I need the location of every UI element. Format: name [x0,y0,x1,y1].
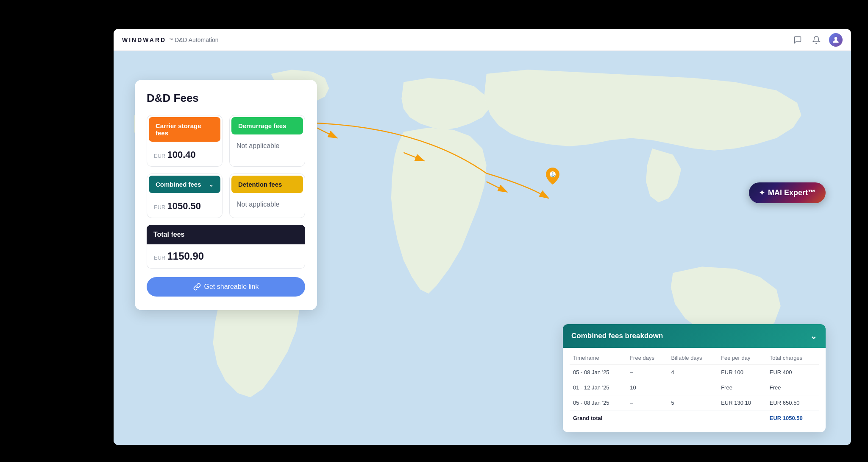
table-row: 05 - 08 Jan '25 – 4 EUR 100 EUR 400 [570,365,819,380]
col-billable-days: Billable days [668,351,718,365]
cell-total-charges: Free [766,380,819,395]
breakdown-table-wrapper: Timeframe Free days Billable days Fee pe… [563,348,826,432]
carrier-storage-value: EUR100.40 [147,143,222,166]
svg-text:⚓: ⚓ [550,172,556,177]
fees-card: D&D Fees Carrier storage fees EUR100.40 … [135,80,317,310]
carrier-storage-currency: EUR [154,153,165,159]
breakdown-title: Combined fees breakdown [571,332,663,340]
mai-expert-button[interactable]: ✦ MAI Expert™ [749,182,826,203]
cell-billable-days: 5 [668,395,718,411]
breakdown-card: Combined fees breakdown ⌄ Timeframe Free… [563,324,826,432]
browser-window: WINDWARD™ D&D Automation [114,29,851,445]
demurrage-value: Not applicable [230,136,305,156]
combined-value: EUR1050.50 [147,195,222,218]
detention-box: Detention fees Not applicable [229,174,305,218]
col-fee-per-day: Fee per day [718,351,766,365]
combined-box: Combined fees ⌄ EUR1050.50 [147,174,223,218]
chat-icon[interactable] [792,34,804,46]
cell-billable-days: – [668,380,718,395]
sparkle-icon: ✦ [759,189,765,197]
table-row: 05 - 08 Jan '25 – 5 EUR 130.10 EUR 650.5… [570,395,819,411]
notification-icon[interactable] [810,34,822,46]
cell-free-days: 10 [626,380,668,395]
carrier-storage-header: Carrier storage fees [149,117,220,142]
col-total-charges: Total charges [766,351,819,365]
destination-pin: ⚓ [546,168,559,186]
detention-header: Detention fees [231,176,303,193]
browser-toolbar: WINDWARD™ D&D Automation [114,29,851,51]
total-fees-section: Total fees EUR1150.90 [147,225,305,269]
breakdown-collapse-icon[interactable]: ⌄ [810,331,817,341]
breakdown-table: Timeframe Free days Billable days Fee pe… [570,351,819,426]
carrier-storage-amount: 100.40 [167,149,195,160]
cell-timeframe: 05 - 08 Jan '25 [570,365,626,380]
col-timeframe: Timeframe [570,351,626,365]
detention-not-applicable: Not applicable [236,201,279,208]
mai-expert-label: MAI Expert™ [768,188,815,197]
grand-total-amount: EUR 1050.50 [766,411,819,426]
total-currency: EUR [154,255,165,261]
demurrage-header: Demurrage fees [231,117,303,134]
link-icon [193,283,201,291]
demurrage-box: Demurrage fees Not applicable [229,115,305,167]
cell-timeframe: 01 - 12 Jan '25 [570,380,626,395]
cell-free-days: – [626,395,668,411]
cell-total-charges: EUR 650.50 [766,395,819,411]
col-free-days: Free days [626,351,668,365]
carrier-storage-box: Carrier storage fees EUR100.40 [147,115,223,167]
total-amount: 1150.90 [167,250,204,262]
combined-amount: 1050.50 [167,201,201,211]
app-name: D&D Automation [175,36,219,43]
table-row: 01 - 12 Jan '25 10 – Free Free [570,380,819,395]
svg-point-0 [835,37,837,40]
total-fees-header: Total fees [147,225,305,244]
detention-value: Not applicable [230,195,305,214]
toolbar-icons [792,33,843,47]
demurrage-not-applicable: Not applicable [236,142,279,149]
cell-timeframe: 05 - 08 Jan '25 [570,395,626,411]
brand-tm: ™ [169,38,173,42]
windward-logo: WINDWARD™ [122,36,173,43]
cell-free-days: – [626,365,668,380]
cell-billable-days: 4 [668,365,718,380]
cell-fee-per-day: EUR 100 [718,365,766,380]
grand-total-label: Grand total [570,411,626,426]
fees-grid: Carrier storage fees EUR100.40 Demurrage… [147,115,305,218]
shareable-link-button[interactable]: Get shareable link [147,277,305,297]
cell-fee-per-day: Free [718,380,766,395]
user-avatar[interactable] [829,33,843,47]
fees-card-title: D&D Fees [147,92,305,105]
breakdown-header: Combined fees breakdown ⌄ [563,324,826,348]
shareable-link-label: Get shareable link [204,283,259,291]
total-fees-value: EUR1150.90 [147,244,305,269]
combined-chevron-icon[interactable]: ⌄ [209,181,214,188]
cell-total-charges: EUR 400 [766,365,819,380]
combined-header: Combined fees ⌄ [149,176,220,193]
cell-fee-per-day: EUR 130.10 [718,395,766,411]
map-container: ⚓ ⚓ D&D Fees Carrier storage fees EUR100… [114,51,851,445]
brand-name: WINDWARD [122,36,166,43]
combined-currency: EUR [154,204,165,210]
grand-total-row: Grand total EUR 1050.50 [570,411,819,426]
combined-label: Combined fees [156,181,201,188]
